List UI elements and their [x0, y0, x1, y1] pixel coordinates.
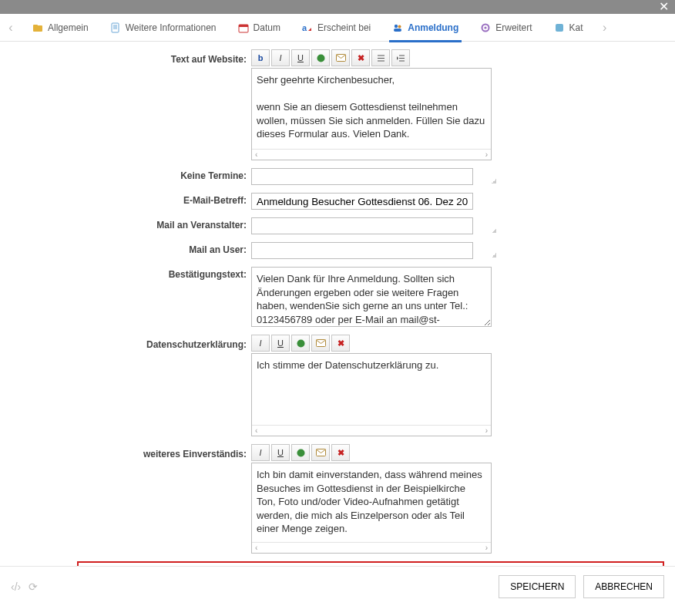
editor-scrollbar[interactable]: ‹ › — [252, 542, 491, 553]
clear-format-button[interactable]: ✖ — [331, 444, 350, 461]
text-on-website-label: Text auf Website: — [0, 52, 247, 65]
footer: ‹/› ⟳ SPEICHERN ABBRECHEN — [0, 566, 675, 606]
indent-button[interactable] — [391, 49, 410, 66]
folder-icon — [32, 22, 43, 33]
save-button[interactable]: SPEICHERN — [499, 575, 576, 598]
svg-rect-1 — [33, 25, 38, 27]
tab-label: Erscheint bei — [317, 22, 371, 33]
editor-content[interactable]: Sehr geehrte Kirchenbesucher, wenn Sie a… — [252, 69, 491, 149]
underline-button[interactable]: U — [291, 49, 310, 66]
gear-icon — [480, 22, 491, 33]
scroll-left-icon[interactable]: ‹ — [255, 150, 257, 159]
tab-kategorie[interactable]: Kat — [543, 14, 594, 42]
email-subject-input[interactable] — [251, 193, 473, 210]
code-view-icon[interactable]: ‹/› — [11, 581, 21, 593]
tab-allgemein[interactable]: Allgemein — [22, 14, 99, 42]
rte-toolbar-consent: I U ✖ — [251, 444, 498, 461]
tab-erweitert[interactable]: Erweitert — [469, 14, 542, 42]
mail-button[interactable] — [311, 444, 330, 461]
svg-rect-11 — [394, 29, 401, 32]
calendar-icon — [238, 22, 249, 33]
no-dates-input[interactable] — [251, 168, 473, 185]
no-dates-label: Keine Termine: — [0, 168, 247, 181]
italic-button[interactable]: I — [251, 444, 270, 461]
scroll-right-icon[interactable]: › — [485, 426, 488, 435]
clear-format-button[interactable]: ✖ — [331, 335, 350, 352]
svg-point-9 — [395, 24, 398, 27]
close-icon[interactable]: ✕ — [659, 0, 669, 14]
text-on-website-editor[interactable]: Sehr geehrte Kirchenbesucher, wenn Sie a… — [251, 68, 492, 160]
tab-label: Erweitert — [495, 22, 532, 33]
link-button[interactable] — [291, 444, 310, 461]
scroll-right-icon[interactable]: › — [485, 150, 488, 159]
tab-weitere-informationen[interactable]: Weitere Informationen — [99, 14, 227, 42]
tab-label: Datum — [254, 22, 280, 33]
link-button[interactable] — [311, 49, 330, 66]
svg-point-25 — [297, 449, 304, 456]
link-button[interactable] — [291, 335, 310, 352]
document-icon — [110, 22, 121, 33]
editor-scrollbar[interactable]: ‹ › — [252, 149, 491, 160]
scroll-left-icon[interactable]: ‹ — [255, 426, 257, 435]
category-icon — [554, 22, 565, 33]
tab-scroll-right[interactable]: › — [594, 21, 616, 35]
underline-button[interactable]: U — [271, 444, 290, 461]
mail-button[interactable] — [311, 335, 330, 352]
rte-toolbar-privacy: I U ✖ — [251, 335, 498, 352]
scroll-right-icon[interactable]: › — [485, 544, 488, 552]
titlebar: ✕ — [0, 0, 675, 14]
clear-format-button[interactable]: ✖ — [351, 49, 370, 66]
svg-point-13 — [485, 26, 487, 29]
svg-point-10 — [398, 25, 401, 28]
tab-erscheint-bei[interactable]: a Erscheint bei — [291, 14, 381, 42]
privacy-label: Datenschutzerklärung: — [0, 337, 247, 350]
scroll-left-icon[interactable]: ‹ — [255, 544, 257, 552]
confirmation-text-input[interactable] — [251, 267, 492, 327]
editor-scrollbar[interactable]: ‹ › — [252, 425, 491, 436]
db-form-row-highlight: Formular (zum Speichern in Datenbank): ✖ — [77, 561, 664, 566]
tabbar: ‹ Allgemein Weitere Informationen Datum … — [0, 14, 675, 42]
svg-rect-7 — [239, 25, 248, 27]
svg-text:a: a — [302, 23, 307, 32]
svg-point-23 — [297, 339, 304, 347]
email-subject-label: E-Mail-Betreff: — [0, 193, 247, 206]
tab-scroll-left[interactable]: ‹ — [0, 21, 22, 35]
underline-button[interactable]: U — [271, 335, 290, 352]
italic-button[interactable]: I — [251, 335, 270, 352]
editor-content[interactable]: Ich bin damit einverstanden, dass währen… — [252, 463, 491, 542]
rte-toolbar-website: b I U ✖ — [251, 49, 498, 66]
tab-label: Weitere Informationen — [126, 22, 217, 33]
editor-content[interactable]: Ich stimme der Datenschutzerklärung zu. — [252, 354, 491, 425]
list-button[interactable] — [371, 49, 390, 66]
tab-anmeldung[interactable]: Anmeldung — [381, 14, 469, 42]
users-icon — [392, 22, 403, 33]
cancel-button[interactable]: ABBRECHEN — [583, 575, 664, 598]
svg-point-15 — [317, 54, 324, 62]
svg-rect-14 — [556, 24, 563, 32]
tab-datum[interactable]: Datum — [227, 14, 291, 42]
further-consent-label: weiteres Einverständis: — [0, 446, 247, 459]
mail-organizer-input[interactable] — [251, 217, 473, 234]
confirmation-text-label: Bestätigungstext: — [0, 267, 247, 280]
privacy-editor[interactable]: Ich stimme der Datenschutzerklärung zu. … — [251, 353, 492, 436]
tab-label: Allgemein — [48, 22, 89, 33]
refresh-icon[interactable]: ⟳ — [29, 581, 38, 593]
italic-button[interactable]: I — [271, 49, 290, 66]
appears-at-icon: a — [302, 22, 313, 33]
mail-user-input[interactable] — [251, 242, 473, 259]
form-pane: Text auf Website: b I U ✖ Sehr geehrte K… — [0, 42, 675, 566]
tab-label: Anmeldung — [408, 22, 458, 33]
further-consent-editor[interactable]: Ich bin damit einverstanden, dass währen… — [251, 463, 492, 554]
mail-user-label: Mail an User: — [0, 242, 247, 255]
svg-rect-2 — [112, 23, 119, 32]
mail-organizer-label: Mail an Veranstalter: — [0, 217, 247, 231]
tab-label: Kat — [569, 22, 583, 33]
bold-button[interactable]: b — [251, 49, 270, 66]
mail-button[interactable] — [331, 49, 350, 66]
